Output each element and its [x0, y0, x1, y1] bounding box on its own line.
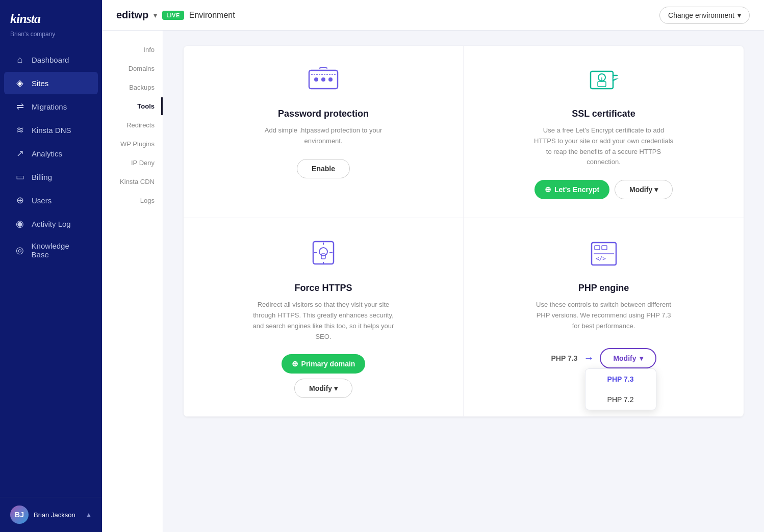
ssl-certificate-card: SSL certificate Use a free Let's Encrypt… [464, 46, 744, 218]
sidebar-label-users: Users [32, 196, 52, 205]
sidebar-label-billing: Billing [32, 173, 52, 181]
php-73-option[interactable]: PHP 7.3 [585, 369, 656, 389]
subnav-item-kinsta-cdn[interactable]: Kinsta CDN [102, 173, 163, 191]
password-protection-title: Password protection [278, 109, 369, 119]
sidebar-item-activity-log[interactable]: ◉Activity Log [4, 212, 98, 235]
svg-text:</>: </> [596, 255, 606, 262]
primary-domain-label: Primary domain [301, 360, 355, 368]
sidebar-item-knowledge-base[interactable]: ◎Knowledge Base [4, 236, 98, 264]
sidebar-label-analytics: Analytics [32, 149, 62, 158]
subnav-item-tools[interactable]: Tools [102, 97, 163, 115]
main-area: editwp ▾ LIVE Environment Change environ… [102, 0, 764, 532]
ssl-modify-button[interactable]: Modify ▾ [615, 180, 673, 199]
avatar: BJ [10, 506, 29, 524]
ssl-modify-label: Modify [629, 185, 652, 194]
analytics-icon: ↗ [14, 148, 26, 159]
svg-rect-10 [598, 82, 606, 87]
sidebar-item-kinsta-dns[interactable]: ≋Kinsta DNS [4, 119, 98, 141]
ssl-certificate-icon [588, 66, 620, 100]
lets-encrypt-button[interactable]: ⊕ Let's Encrypt [534, 180, 609, 199]
php-modify-button[interactable]: Modify ▾ [600, 348, 656, 368]
force-https-title: Force HTTPS [294, 283, 352, 294]
billing-icon: ▭ [14, 171, 26, 182]
subnav-item-backups[interactable]: Backups [102, 78, 163, 96]
sidebar-item-users[interactable]: ⊕Users [4, 189, 98, 211]
force-https-buttons: ⊕ Primary domain Modify ▾ [282, 354, 366, 398]
activity-log-icon: ◉ [14, 218, 26, 229]
chevron-down-icon: ▾ [334, 384, 338, 392]
subnav-item-logs[interactable]: Logs [102, 192, 163, 209]
password-protection-card: Password protection Add simple .htpasswd… [184, 46, 464, 218]
php-engine-icon: </> [588, 238, 620, 275]
chevron-down-icon: ▾ [640, 354, 643, 362]
php-row: PHP 7.3 → Modify ▾ [551, 348, 656, 368]
force-https-desc: Redirect all visitors so that they visit… [252, 300, 395, 342]
sidebar-item-billing[interactable]: ▭Billing [4, 166, 98, 188]
arrow-right-icon: → [583, 352, 594, 364]
env-badge: LIVE [162, 11, 184, 20]
users-icon: ⊕ [14, 195, 26, 206]
content-area: InfoDomainsBackupsToolsRedirectsWP Plugi… [102, 31, 764, 532]
primary-domain-button[interactable]: ⊕ Primary domain [282, 354, 366, 374]
sites-icon: ◈ [14, 77, 26, 89]
svg-point-1 [314, 77, 318, 82]
svg-point-2 [321, 77, 325, 82]
enable-button[interactable]: Enable [297, 159, 350, 178]
force-https-modify-label: Modify [309, 384, 332, 392]
subnav-item-info[interactable]: Info [102, 41, 163, 59]
php-section: PHP 7.3 → Modify ▾ PHP 7.3 PHP 7.2 [551, 344, 656, 368]
svg-rect-20 [595, 246, 600, 250]
primary-domain-icon: ⊕ [292, 359, 298, 368]
subnav: InfoDomainsBackupsToolsRedirectsWP Plugi… [102, 31, 163, 532]
sidebar-nav: ⌂Dashboard◈Sites⇌Migrations≋Kinsta DNS↗A… [0, 47, 102, 497]
lets-encrypt-icon: ⊕ [545, 185, 551, 194]
sidebar-label-dashboard: Dashboard [32, 56, 69, 64]
logo-container: kinsta [0, 0, 102, 31]
php-modify-label: Modify [613, 354, 636, 362]
php-engine-desc: Use these controls to switch between dif… [532, 300, 675, 331]
svg-rect-21 [602, 246, 607, 250]
topbar: editwp ▾ LIVE Environment Change environ… [102, 0, 764, 31]
svg-point-13 [319, 248, 327, 256]
site-dropdown-icon[interactable]: ▾ [154, 11, 157, 19]
subnav-item-domains[interactable]: Domains [102, 60, 163, 77]
ssl-certificate-desc: Use a free Let's Encrypt certificate to … [532, 125, 675, 168]
page-content: Password protection Add simple .htpasswd… [163, 31, 764, 532]
sidebar-label-sites: Sites [32, 79, 48, 88]
change-environment-button[interactable]: Change environment ▾ [659, 7, 750, 24]
migrations-icon: ⇌ [14, 101, 26, 112]
subnav-item-redirects[interactable]: Redirects [102, 116, 163, 134]
ssl-certificate-title: SSL certificate [572, 109, 635, 119]
chevron-down-icon: ▾ [654, 185, 658, 194]
sidebar-item-sites[interactable]: ◈Sites [4, 72, 98, 94]
php-engine-card: </> PHP engine Use these controls to swi… [464, 218, 744, 417]
force-https-card: Force HTTPS Redirect all visitors so tha… [184, 218, 464, 417]
force-https-modify-button[interactable]: Modify ▾ [294, 379, 352, 398]
logo: kinsta [10, 11, 92, 26]
sidebar-label-migrations: Migrations [32, 102, 67, 111]
sidebar-label-kinsta-dns: Kinsta DNS [32, 126, 71, 135]
sidebar-label-activity-log: Activity Log [32, 220, 71, 228]
svg-point-3 [328, 77, 333, 82]
php-engine-title: PHP engine [578, 283, 629, 294]
sidebar-footer: BJ Brian Jackson ▲ [0, 497, 102, 532]
site-name: editwp [116, 9, 148, 21]
subnav-item-ip-deny[interactable]: IP Deny [102, 154, 163, 172]
sidebar-item-analytics[interactable]: ↗Analytics [4, 142, 98, 165]
change-env-label: Change environment [668, 11, 734, 19]
password-protection-desc: Add simple .htpasswd protection to your … [252, 125, 395, 147]
sidebar-item-dashboard[interactable]: ⌂Dashboard [4, 49, 98, 71]
php-72-option[interactable]: PHP 7.2 [585, 389, 656, 410]
chevron-up-icon[interactable]: ▲ [86, 511, 92, 518]
php-dropdown-menu: PHP 7.3 PHP 7.2 [585, 368, 656, 410]
sidebar-label-knowledge-base: Knowledge Base [32, 242, 88, 259]
subnav-item-wp-plugins[interactable]: WP Plugins [102, 135, 163, 153]
env-label: Environment [189, 11, 235, 20]
php-current-version: PHP 7.3 [551, 354, 578, 362]
sidebar-item-migrations[interactable]: ⇌Migrations [4, 95, 98, 118]
password-protection-icon [307, 66, 340, 100]
force-https-icon [307, 238, 340, 275]
lets-encrypt-label: Let's Encrypt [554, 185, 599, 194]
sidebar: kinsta Brian's company ⌂Dashboard◈Sites⇌… [0, 0, 102, 532]
tools-grid: Password protection Add simple .htpasswd… [184, 46, 744, 417]
